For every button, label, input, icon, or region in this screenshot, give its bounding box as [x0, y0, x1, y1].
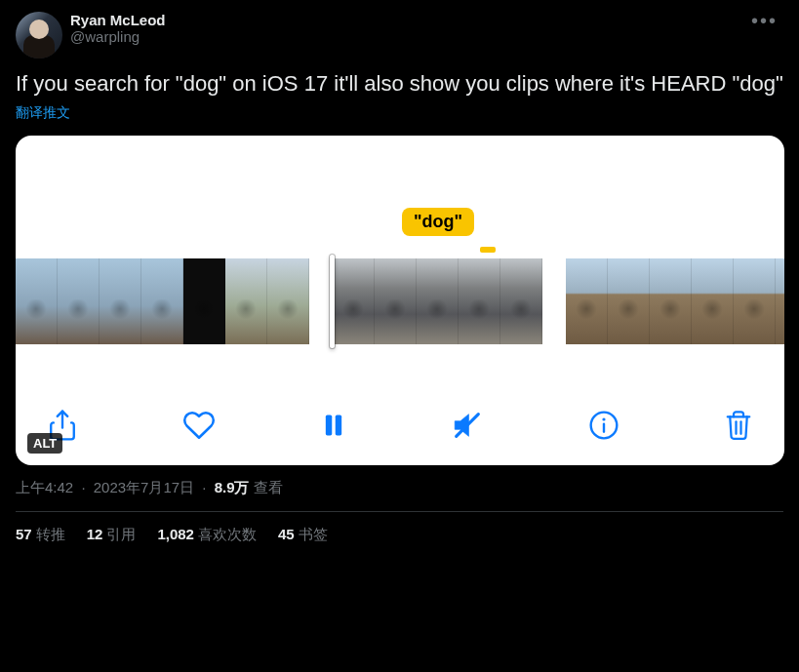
bookmarks-count: 45	[278, 526, 295, 544]
tweet-date[interactable]: 2023年7月17日	[94, 479, 194, 495]
svg-rect-0	[325, 415, 331, 436]
retweets-stat[interactable]: 57 转推	[16, 526, 65, 544]
timeline-frame	[734, 258, 776, 344]
timeline-frame	[776, 258, 784, 344]
timeline-frame	[225, 258, 267, 344]
timeline-frame	[566, 258, 608, 344]
timeline-frame	[100, 258, 141, 344]
views-count[interactable]: 8.9万	[215, 479, 250, 495]
timeline-frame	[333, 258, 375, 344]
user-handle[interactable]: @warpling	[70, 28, 738, 45]
svg-rect-1	[335, 415, 340, 436]
likes-count: 1,082	[157, 526, 194, 544]
info-icon[interactable]	[588, 410, 619, 441]
quotes-count: 12	[87, 526, 103, 544]
search-hit-marker	[480, 247, 496, 253]
timeline-frame	[58, 258, 100, 344]
timeline-frame	[608, 258, 650, 344]
views-label: 查看	[254, 479, 283, 495]
svg-point-5	[603, 417, 606, 420]
scrubber-handle[interactable]	[330, 255, 335, 348]
timeline-frame	[459, 258, 500, 344]
display-name[interactable]: Ryan McLeod	[70, 12, 738, 28]
more-icon[interactable]: •••	[745, 12, 783, 29]
avatar[interactable]	[16, 12, 62, 59]
quotes-stat[interactable]: 12 引用	[87, 526, 137, 544]
tweet-stats: 57 转推 12 引用 1,082 喜欢次数 45 书签	[16, 512, 783, 552]
timeline-frame	[650, 258, 692, 344]
mute-icon[interactable]	[451, 409, 484, 442]
bookmarks-label: 书签	[299, 526, 328, 544]
search-term-badge: "dog"	[402, 208, 474, 236]
heart-icon[interactable]	[182, 409, 216, 442]
timeline-frame	[16, 258, 58, 344]
meta-separator: ·	[202, 479, 206, 495]
user-block: Ryan McLeod @warpling	[70, 12, 738, 45]
tweet-header: Ryan McLeod @warpling •••	[16, 12, 783, 59]
timeline-frame	[267, 258, 309, 344]
tweet-meta: 上午4:42 · 2023年7月17日 · 8.9万 查看	[16, 479, 783, 512]
clip-group	[16, 258, 309, 344]
likes-stat[interactable]: 1,082 喜欢次数	[157, 526, 257, 544]
clip-group	[566, 258, 784, 344]
video-timeline[interactable]	[16, 258, 784, 344]
tweet-time[interactable]: 上午4:42	[16, 479, 73, 495]
quotes-label: 引用	[106, 526, 136, 544]
timeline-frame	[500, 258, 542, 344]
media-toolbar	[47, 409, 753, 442]
timeline-frame	[375, 258, 417, 344]
pause-icon[interactable]	[320, 410, 347, 441]
retweets-count: 57	[16, 526, 32, 544]
tweet-text: If you search for "dog" on iOS 17 it'll …	[16, 70, 783, 98]
tweet-container: Ryan McLeod @warpling ••• If you search …	[0, 0, 799, 564]
translate-link[interactable]: 翻译推文	[16, 104, 70, 122]
timeline-frame	[417, 258, 459, 344]
tweet-media[interactable]: "dog"	[16, 136, 784, 465]
bookmarks-stat[interactable]: 45 书签	[278, 526, 328, 544]
timeline-frame	[141, 258, 183, 344]
retweets-label: 转推	[36, 526, 65, 544]
trash-icon[interactable]	[724, 409, 753, 442]
likes-label: 喜欢次数	[198, 526, 257, 544]
meta-separator: ·	[81, 479, 85, 495]
alt-badge[interactable]: ALT	[27, 433, 62, 454]
timeline-frame	[183, 258, 225, 344]
timeline-frame	[692, 258, 734, 344]
clip-group	[333, 258, 542, 344]
